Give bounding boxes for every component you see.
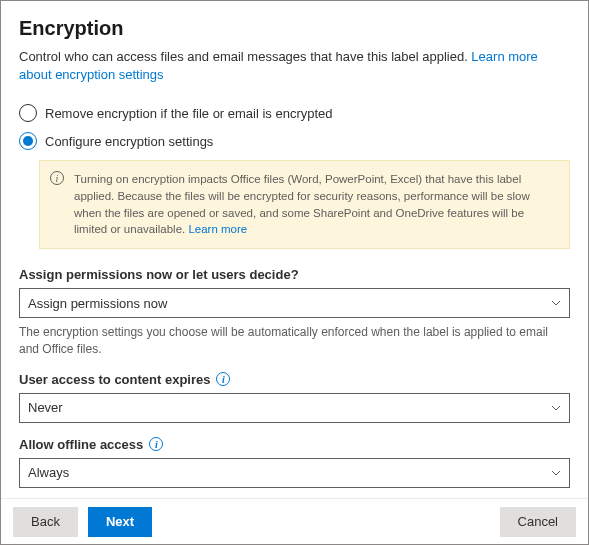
encryption-warning-banner: i Turning on encryption impacts Office f… xyxy=(39,160,570,249)
radio-icon xyxy=(19,104,37,122)
intro-text: Control who can access files and email m… xyxy=(19,49,471,64)
chevron-down-icon xyxy=(551,468,561,478)
info-icon[interactable]: i xyxy=(216,372,230,386)
offline-access-label: Allow offline access i xyxy=(19,437,570,452)
assign-permissions-label: Assign permissions now or let users deci… xyxy=(19,267,570,282)
radio-icon xyxy=(19,132,37,150)
chevron-down-icon xyxy=(551,298,561,308)
wizard-footer: Back Next Cancel xyxy=(1,498,588,544)
page-title: Encryption xyxy=(19,17,570,40)
expires-label: User access to content expires i xyxy=(19,372,570,387)
assign-permissions-dropdown[interactable]: Assign permissions now xyxy=(19,288,570,318)
expires-dropdown[interactable]: Never xyxy=(19,393,570,423)
assign-permissions-helper: The encryption settings you choose will … xyxy=(19,324,570,358)
banner-learn-more-link[interactable]: Learn more xyxy=(188,223,247,235)
offline-access-dropdown[interactable]: Always xyxy=(19,458,570,488)
radio-label: Remove encryption if the file or email i… xyxy=(45,106,333,121)
intro-block: Control who can access files and email m… xyxy=(19,48,570,84)
radio-label: Configure encryption settings xyxy=(45,134,213,149)
radio-configure-encryption[interactable]: Configure encryption settings xyxy=(19,132,570,150)
info-icon: i xyxy=(50,171,64,185)
dropdown-value: Assign permissions now xyxy=(28,296,167,311)
dropdown-value: Never xyxy=(28,400,63,415)
back-button[interactable]: Back xyxy=(13,507,78,537)
info-icon[interactable]: i xyxy=(149,437,163,451)
radio-remove-encryption[interactable]: Remove encryption if the file or email i… xyxy=(19,104,570,122)
dropdown-value: Always xyxy=(28,465,69,480)
banner-text: Turning on encryption impacts Office fil… xyxy=(74,173,530,235)
cancel-button[interactable]: Cancel xyxy=(500,507,576,537)
encryption-radio-group: Remove encryption if the file or email i… xyxy=(19,104,570,150)
next-button[interactable]: Next xyxy=(88,507,152,537)
chevron-down-icon xyxy=(551,403,561,413)
